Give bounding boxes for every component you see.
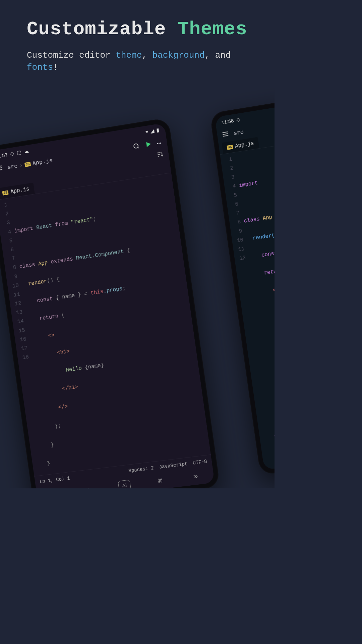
language-mode[interactable]: JavaScript bbox=[159, 461, 188, 470]
js-icon: JS bbox=[24, 162, 31, 167]
ai-button[interactable]: AI bbox=[118, 480, 131, 488]
js-icon: JS bbox=[2, 190, 8, 195]
svg-line-1 bbox=[223, 133, 228, 135]
cursor-position[interactable]: Ln 1, Col 1 bbox=[39, 475, 70, 484]
square-icon: ▢ bbox=[16, 149, 21, 156]
code-editor[interactable]: 123456789101112131415161718 import React… bbox=[0, 173, 211, 476]
phone-mockup-secondary: 11:58 ◇ src JS App.js 12345678910111 bbox=[209, 85, 275, 475]
hero-subtitle: Customize editor theme, background, and … bbox=[27, 49, 248, 74]
menu-icon[interactable] bbox=[0, 164, 4, 174]
svg-line-10 bbox=[158, 155, 160, 155]
more-icon[interactable]: ⋯ bbox=[156, 139, 163, 149]
menu-icon[interactable] bbox=[221, 130, 230, 140]
phone-mockup-primary: 11:57 ◇ ▢ ☁ ▾ ◢ ▮ src › JS bbox=[0, 117, 220, 488]
code-editor[interactable]: 123456789101112 import class App render(… bbox=[220, 128, 275, 470]
breadcrumb[interactable]: src bbox=[233, 129, 244, 137]
line-number: 8 bbox=[5, 263, 17, 274]
svg-line-0 bbox=[223, 132, 228, 133]
svg-line-4 bbox=[0, 168, 2, 169]
cloud-icon: ☁ bbox=[23, 148, 29, 155]
status-time: 11:57 bbox=[0, 152, 8, 159]
svg-line-11 bbox=[158, 156, 159, 157]
svg-line-7 bbox=[138, 147, 139, 148]
encoding[interactable]: UTF-8 bbox=[192, 459, 207, 466]
indent-setting[interactable]: Spaces: 2 bbox=[128, 465, 154, 474]
status-time: 11:58 bbox=[221, 117, 234, 125]
chevron-right-icon: › bbox=[19, 162, 23, 169]
hero-title-b: Themes bbox=[178, 18, 247, 40]
js-icon: JS bbox=[227, 145, 233, 150]
find-icon[interactable] bbox=[132, 142, 141, 152]
command-icon[interactable]: ⌘ bbox=[154, 474, 167, 488]
svg-line-2 bbox=[223, 136, 228, 137]
svg-line-3 bbox=[0, 166, 2, 167]
hero-title-a: Customizable bbox=[27, 18, 166, 40]
line-number: 12 bbox=[234, 254, 246, 264]
line-number: 18 bbox=[17, 353, 29, 363]
run-icon[interactable] bbox=[144, 140, 153, 150]
line-number: 8 bbox=[229, 218, 241, 228]
sort-icon[interactable] bbox=[156, 150, 165, 160]
nav-right-icon[interactable]: › bbox=[83, 483, 96, 488]
signal-icon: ◢ bbox=[150, 128, 155, 135]
battery-icon: ▮ bbox=[156, 127, 160, 133]
svg-line-5 bbox=[0, 169, 2, 170]
wifi-icon: ▾ bbox=[145, 128, 149, 135]
shield-icon: ◇ bbox=[10, 150, 14, 157]
shield-icon: ◇ bbox=[236, 116, 240, 123]
hero-title: Customizable Themes bbox=[27, 18, 248, 40]
expand-icon[interactable]: » bbox=[189, 470, 202, 484]
svg-line-9 bbox=[158, 153, 161, 153]
nav-left-icon[interactable]: ‹ bbox=[48, 487, 60, 488]
svg-marker-8 bbox=[146, 142, 151, 147]
line-number: 14 bbox=[12, 317, 24, 327]
